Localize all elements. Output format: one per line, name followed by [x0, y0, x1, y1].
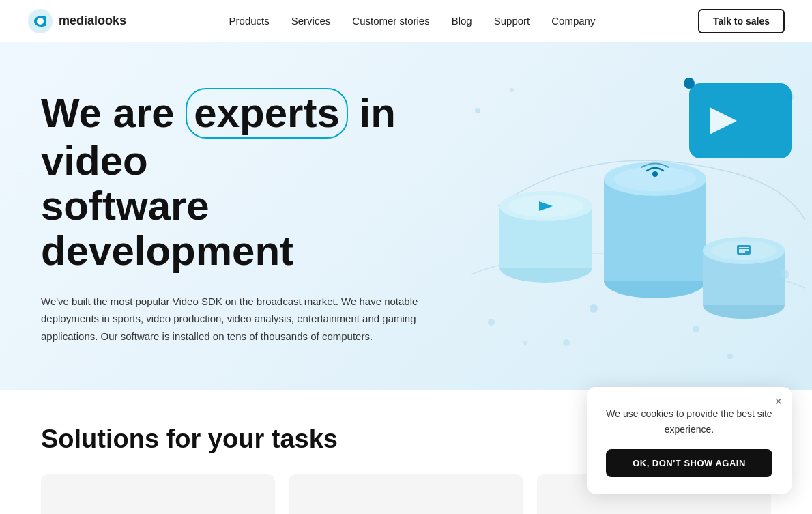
svg-point-33 — [563, 339, 570, 346]
hero-title: We are experts in videosoftware developm… — [41, 88, 464, 274]
svg-point-1 — [37, 18, 44, 25]
talk-to-sales-button[interactable]: Talk to sales — [698, 9, 785, 33]
nav-item-services[interactable]: Services — [291, 15, 331, 27]
svg-point-2 — [475, 108, 480, 113]
svg-point-29 — [684, 78, 695, 89]
cookie-text: We use cookies to provide the best site … — [606, 406, 772, 437]
hero-description: We've built the most popular Video SDK o… — [41, 293, 423, 345]
hero-title-prefix: We are — [41, 90, 186, 136]
svg-point-18 — [652, 171, 658, 177]
svg-point-30 — [590, 304, 598, 313]
solution-card-2[interactable] — [289, 474, 523, 514]
hero-illustration — [457, 70, 812, 363]
svg-point-31 — [693, 326, 699, 332]
nav-item-company[interactable]: Company — [551, 15, 595, 27]
svg-point-32 — [780, 270, 789, 279]
svg-point-3 — [510, 88, 514, 92]
svg-rect-27 — [689, 83, 792, 158]
hero-content: We are experts in videosoftware developm… — [41, 88, 464, 345]
svg-point-7 — [523, 341, 527, 345]
cookie-banner: × We use cookies to provide the best sit… — [587, 387, 792, 494]
svg-point-17 — [614, 167, 696, 191]
nav-item-support[interactable]: Support — [494, 15, 530, 27]
cookie-close-button[interactable]: × — [774, 395, 782, 408]
nav-links: Products Services Customer stories Blog … — [229, 15, 596, 27]
solution-card-1[interactable] — [41, 474, 275, 514]
logo-text: medialooks — [59, 14, 126, 28]
svg-point-8 — [727, 354, 733, 359]
nav-item-blog[interactable]: Blog — [452, 15, 472, 27]
hero-section: We are experts in videosoftware developm… — [0, 42, 812, 390]
nav-item-customer-stories[interactable]: Customer stories — [352, 15, 429, 27]
cookie-accept-button[interactable]: OK, DON'T SHOW AGAIN — [606, 449, 772, 477]
hero-title-highlight: experts — [186, 88, 347, 139]
logo[interactable]: medialooks — [27, 8, 126, 34]
svg-point-6 — [488, 319, 495, 326]
nav-item-products[interactable]: Products — [229, 15, 270, 27]
navigation: medialooks Products Services Customer st… — [0, 0, 812, 42]
